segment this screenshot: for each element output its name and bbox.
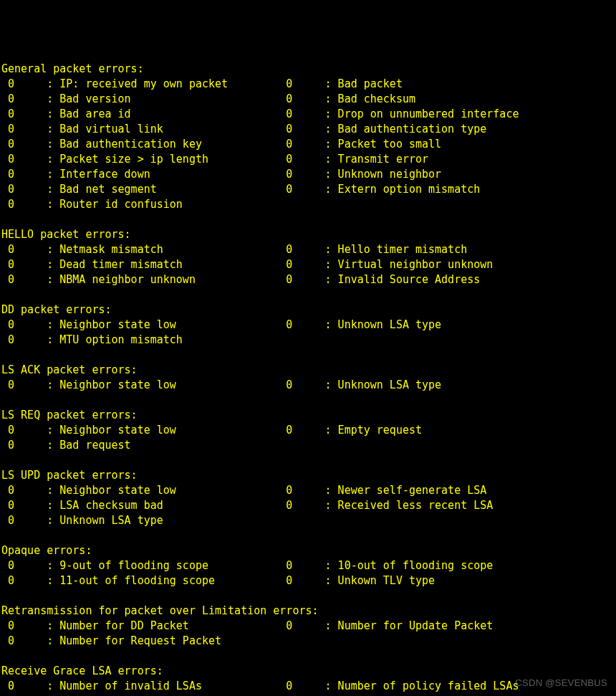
watermark: CSDN @SEVENBUS xyxy=(515,675,607,690)
terminal-output: General packet errors: 0 : IP: received … xyxy=(1,62,616,696)
